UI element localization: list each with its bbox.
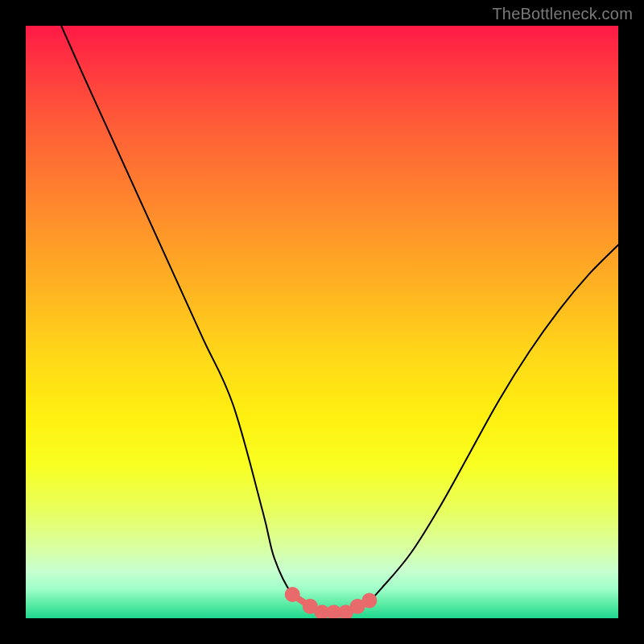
highlight-dot: [288, 590, 297, 599]
highlight-dot: [353, 602, 362, 611]
highlight-dot: [329, 608, 338, 617]
plot-area: [26, 26, 618, 618]
highlight-group: [288, 590, 374, 617]
chart-frame: TheBottleneck.com: [0, 0, 644, 644]
curve-layer: [26, 26, 618, 618]
watermark-label: TheBottleneck.com: [492, 5, 633, 23]
highlight-dot: [365, 596, 374, 605]
highlight-dot: [318, 608, 327, 617]
highlight-dot: [306, 602, 315, 611]
bottleneck-curve: [61, 26, 618, 613]
highlight-dot: [341, 608, 350, 617]
